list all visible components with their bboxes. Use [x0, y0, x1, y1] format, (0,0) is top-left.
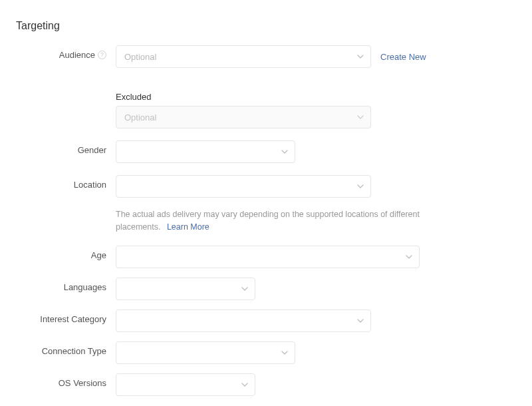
- languages-select[interactable]: [116, 278, 255, 300]
- gender-select[interactable]: [116, 140, 295, 163]
- excluded-placeholder: Optional: [124, 112, 156, 122]
- label-location-text: Location: [74, 180, 106, 190]
- row-languages: Languages: [16, 278, 516, 300]
- label-age: Age: [16, 246, 116, 260]
- chevron-down-icon: [357, 115, 364, 119]
- label-languages-text: Languages: [64, 282, 106, 292]
- section-title: Targeting: [16, 20, 516, 32]
- location-help-text: The actual ads delivery may vary dependi…: [116, 208, 462, 234]
- chevron-down-icon: [281, 150, 288, 154]
- location-help-body: The actual ads delivery may vary dependi…: [116, 210, 420, 232]
- chevron-down-icon: [357, 319, 364, 323]
- chevron-down-icon: [357, 55, 364, 59]
- label-os-text: OS Versions: [59, 378, 106, 388]
- row-age: Age: [16, 246, 516, 268]
- learn-more-link[interactable]: Learn More: [167, 221, 209, 234]
- label-connection: Connection Type: [16, 341, 116, 356]
- row-interest: Interest Category: [16, 309, 516, 332]
- row-connection: Connection Type: [16, 341, 516, 364]
- help-icon[interactable]: ?: [98, 51, 106, 59]
- row-location: Location The actual ads delivery may var…: [16, 175, 516, 234]
- label-os: OS Versions: [16, 373, 116, 388]
- label-gender: Gender: [16, 140, 116, 155]
- age-select[interactable]: [116, 246, 420, 268]
- label-audience-text: Audience: [59, 50, 95, 60]
- chevron-down-icon: [241, 383, 248, 387]
- audience-select[interactable]: Optional: [116, 45, 371, 68]
- row-gender: Gender: [16, 140, 516, 163]
- location-select[interactable]: [116, 175, 371, 198]
- label-interest: Interest Category: [16, 309, 116, 324]
- row-audience: Audience ? Optional Create New Excluded …: [16, 45, 516, 128]
- excluded-label: Excluded: [116, 92, 371, 102]
- label-audience: Audience ?: [16, 45, 116, 60]
- os-select[interactable]: [116, 373, 255, 396]
- label-connection-text: Connection Type: [42, 346, 106, 356]
- audience-select-placeholder: Optional: [124, 52, 156, 62]
- label-gender-text: Gender: [78, 145, 106, 155]
- chevron-down-icon: [406, 255, 412, 259]
- create-new-link[interactable]: Create New: [380, 52, 426, 62]
- targeting-section: Targeting Audience ? Optional Create New…: [16, 20, 516, 396]
- chevron-down-icon: [281, 351, 288, 355]
- label-interest-text: Interest Category: [40, 314, 106, 324]
- row-os: OS Versions: [16, 373, 516, 396]
- connection-select[interactable]: [116, 341, 295, 364]
- excluded-audience-select[interactable]: Optional: [116, 106, 371, 128]
- label-age-text: Age: [91, 250, 106, 260]
- chevron-down-icon: [357, 184, 364, 188]
- chevron-down-icon: [241, 287, 248, 291]
- label-location: Location: [16, 175, 116, 190]
- label-languages: Languages: [16, 278, 116, 292]
- interest-select[interactable]: [116, 309, 371, 332]
